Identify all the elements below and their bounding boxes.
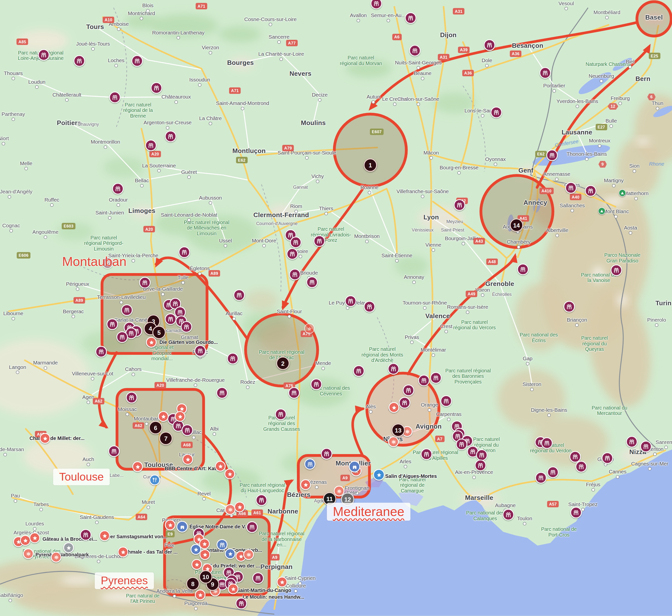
mountain-peak-marker[interactable] — [598, 207, 605, 215]
favorite-star-marker[interactable] — [158, 411, 168, 422]
campsite-marker[interactable] — [409, 45, 421, 56]
campsite-marker[interactable] — [311, 379, 322, 390]
campsite-marker[interactable] — [145, 140, 157, 151]
campsite-marker[interactable] — [182, 424, 193, 436]
favorite-star-marker[interactable] — [191, 559, 202, 570]
favorite-star-marker[interactable] — [195, 590, 205, 600]
campsite-marker[interactable] — [476, 449, 488, 461]
campsite-marker[interactable] — [475, 460, 486, 471]
favorite-star-marker[interactable] — [118, 547, 128, 557]
campsite-marker[interactable] — [288, 387, 300, 399]
mountain-peak-marker[interactable] — [619, 189, 626, 196]
campsite-marker[interactable] — [151, 82, 162, 94]
favorite-star-marker[interactable] — [182, 454, 193, 465]
campsite-marker[interactable] — [565, 182, 577, 194]
blue-star-marker[interactable] — [191, 544, 201, 555]
campsite-marker[interactable] — [165, 130, 176, 142]
campsite-marker[interactable] — [126, 392, 137, 403]
blue-star-marker[interactable] — [225, 548, 236, 559]
gray-star-marker[interactable] — [63, 542, 74, 553]
waypoint-badge-14[interactable]: 14 — [510, 219, 523, 232]
campsite-marker[interactable] — [313, 235, 325, 247]
campsite-marker[interactable] — [287, 248, 298, 260]
campsite-marker[interactable] — [345, 295, 357, 307]
campsite-marker[interactable] — [181, 321, 192, 333]
castle-marker[interactable] — [349, 461, 360, 472]
campsite-marker[interactable] — [321, 448, 333, 460]
campsite-marker[interactable] — [570, 507, 582, 519]
waypoint-badge-10[interactable]: 10 — [199, 570, 213, 584]
map-canvas[interactable]: Parc naturel régional Loire-Anjou-Tourai… — [0, 0, 672, 616]
campsite-marker[interactable] — [246, 521, 258, 533]
restaurant-marker[interactable] — [149, 475, 160, 485]
campsite-marker[interactable] — [116, 331, 128, 343]
campsite-marker[interactable] — [179, 246, 190, 258]
campsite-marker[interactable] — [535, 472, 547, 484]
favorite-star-marker[interactable] — [175, 411, 185, 422]
favorite-star-marker[interactable] — [132, 461, 143, 472]
waypoint-badge-1[interactable]: 1 — [364, 158, 377, 172]
waypoint-badge-7[interactable]: 7 — [159, 432, 173, 445]
campsite-marker[interactable] — [73, 55, 85, 67]
campsite-marker[interactable] — [399, 397, 410, 409]
campsite-marker[interactable] — [418, 375, 430, 386]
campsite-marker[interactable] — [371, 0, 382, 9]
blue-star-marker[interactable] — [373, 469, 385, 481]
waypoint-badge-8[interactable]: 8 — [186, 577, 200, 591]
favorite-star-marker[interactable] — [199, 549, 210, 560]
campsite-marker[interactable] — [611, 264, 622, 276]
campsite-marker[interactable] — [216, 387, 228, 399]
campsite-marker[interactable] — [576, 461, 587, 472]
favorite-star-marker[interactable] — [40, 433, 50, 444]
campsite-marker[interactable] — [109, 92, 121, 103]
campsite-marker[interactable] — [563, 301, 575, 313]
favorite-star-marker[interactable] — [304, 323, 315, 334]
campsite-marker[interactable] — [106, 319, 118, 330]
campsite-marker[interactable] — [640, 441, 652, 452]
map-viewport[interactable]: Parc naturel régional Loire-Anjou-Tourai… — [0, 0, 672, 616]
campsite-marker[interactable] — [289, 268, 301, 280]
favorite-star-marker[interactable] — [99, 530, 110, 541]
campsite-marker[interactable] — [403, 385, 414, 396]
campsite-marker[interactable] — [227, 353, 239, 365]
starburst-marker[interactable] — [243, 549, 254, 560]
campsite-marker[interactable] — [131, 55, 143, 67]
favorite-star-marker[interactable] — [215, 461, 226, 471]
waypoint-badge-6[interactable]: 6 — [149, 421, 162, 434]
campsite-marker[interactable] — [626, 436, 638, 448]
favorite-star-marker[interactable] — [146, 337, 157, 348]
favorite-star-marker[interactable] — [277, 577, 287, 587]
campsite-marker[interactable] — [517, 263, 529, 275]
campsite-marker[interactable] — [491, 106, 502, 118]
favorite-star-marker[interactable] — [165, 520, 175, 530]
campsite-marker[interactable] — [80, 529, 92, 541]
waypoint-badge-2[interactable]: 2 — [276, 357, 289, 370]
trip-label-toulouse[interactable]: Toulouse — [53, 469, 110, 486]
campsite-marker[interactable] — [38, 49, 49, 61]
castle-marker[interactable] — [176, 521, 188, 533]
favorite-star-marker[interactable] — [388, 402, 399, 413]
favorite-star-marker[interactable] — [234, 502, 245, 512]
trip-label-montauban[interactable]: Montauban — [62, 254, 126, 269]
campsite-marker[interactable] — [484, 39, 495, 51]
campsite-marker[interactable] — [547, 467, 559, 478]
campsite-marker[interactable] — [353, 365, 365, 377]
campsite-marker[interactable] — [194, 345, 206, 357]
campsite-marker[interactable] — [275, 409, 287, 420]
campsite-marker[interactable] — [112, 183, 124, 194]
campsite-marker[interactable] — [95, 346, 107, 358]
waypoint-badge-13[interactable]: 13 — [391, 424, 405, 437]
waypoint-badge-5[interactable]: 5 — [152, 326, 166, 339]
campsite-marker[interactable] — [139, 277, 151, 288]
campsite-marker[interactable] — [252, 572, 264, 584]
campsite-marker[interactable] — [539, 67, 551, 79]
campsite-marker[interactable] — [256, 494, 267, 506]
starburst-marker[interactable] — [388, 437, 399, 447]
campsite-marker[interactable] — [388, 363, 399, 375]
starburst-marker[interactable] — [225, 504, 236, 515]
campsite-marker[interactable] — [233, 289, 245, 301]
starburst-marker[interactable] — [23, 548, 34, 559]
campsite-marker[interactable] — [421, 448, 432, 460]
starburst-marker[interactable] — [51, 552, 61, 563]
campsite-marker[interactable] — [454, 199, 465, 211]
